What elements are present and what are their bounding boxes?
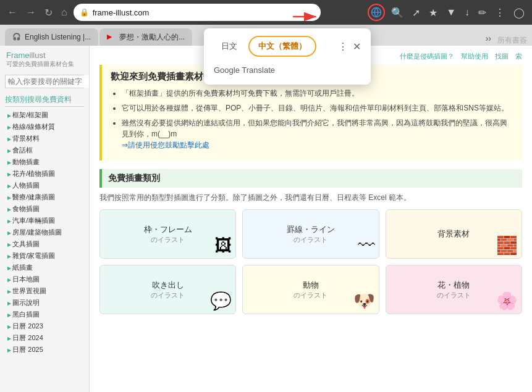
category-title: 免費插畫類別	[99, 169, 522, 188]
welcome-link[interactable]: ⇒請使用侵您鼓勵點擊此處	[122, 141, 209, 149]
sidebar-item-bg[interactable]: 背景材料	[5, 133, 84, 144]
translate-header-icons: ⋮ ✕	[337, 40, 362, 54]
logo-illust: illust	[30, 51, 46, 60]
sidebar-item-frame[interactable]: 框架/框架圖	[5, 109, 84, 121]
logo-frame: Frame	[6, 51, 30, 60]
card-animal[interactable]: 動物 のイラスト 🐶	[242, 265, 379, 314]
card-bubble[interactable]: 吹き出し のイラスト 💬	[99, 265, 236, 314]
sidebar-item-cal2024[interactable]: 日曆 2024	[5, 332, 84, 344]
logo: Frameillust	[6, 51, 83, 60]
translate-tab-ja[interactable]: 日文	[213, 37, 246, 56]
card-animal-jp: 動物	[293, 280, 327, 291]
sidebar-item-stationery[interactable]: 文具插圖	[5, 238, 84, 250]
sidebar-item-icon[interactable]: 圖示說明	[5, 297, 84, 309]
tab-english-listening[interactable]: 🎧 English Listening |...	[5, 28, 98, 46]
card-bg-jp: 背景素材	[437, 228, 470, 240]
sidebar-item-house[interactable]: 房屋/建築物插圖	[5, 227, 84, 238]
card-frame[interactable]: 枠・フレーム のイラスト 🖼	[99, 209, 236, 259]
card-frame-icon: 🖼	[214, 235, 232, 256]
card-frame-jp: 枠・フレーム	[144, 224, 192, 235]
search-input-wrap: 🔍	[5, 75, 84, 88]
menu-icon[interactable]: ⋮	[492, 6, 507, 20]
sidebar-item-car[interactable]: 汽車/車輛插圖	[5, 215, 84, 227]
card-bubble-icon: 💬	[210, 291, 232, 311]
sidebar-section: 按類別搜尋免費資料 框架/框架圖 格線/線條材質 背景材料 會話框 動物插畫 花…	[0, 92, 89, 358]
top-link-find[interactable]: 找圖	[495, 52, 509, 60]
card-bg-icon: 🧱	[496, 235, 518, 256]
search-input[interactable]	[6, 75, 90, 88]
main-content: 什麼是侵碼插圖？ 幫助使用 找圖 索 歡迎來到免費插畫素材合集"框架插畫" 「框…	[90, 46, 532, 392]
browser-chrome: ← → ↻ ⌂ 🔒 frame-illust.com 🔍 ➚ ★ ▼ ↓ ✏ ⋮…	[0, 0, 532, 25]
sidebar-item-animal[interactable]: 動物插畫	[5, 156, 84, 168]
red-arrow	[290, 7, 321, 28]
card-flower-sub: のイラスト	[437, 291, 471, 300]
sidebar-item-flower[interactable]: 花卉/植物插圖	[5, 168, 84, 180]
tab-favicon-2: ▶	[107, 33, 116, 41]
forward-button[interactable]: →	[23, 4, 38, 20]
refresh-button[interactable]: ↻	[42, 4, 55, 21]
translate-button[interactable]	[368, 4, 385, 21]
extension-icon[interactable]: ✏	[476, 6, 489, 20]
card-bubble-sub: のイラスト	[151, 291, 185, 300]
download-icon[interactable]: ↓	[462, 6, 472, 19]
sidebar-item-bw[interactable]: 黑白插圖	[5, 309, 84, 320]
card-animal-icon: 🐶	[353, 291, 375, 311]
profile-icon[interactable]: ▼	[444, 6, 458, 19]
card-line-icon: 〰	[358, 235, 375, 256]
top-link-what[interactable]: 什麼是侵碼插圖？	[400, 52, 454, 60]
translate-tab-zh[interactable]: 中文（繁體）	[248, 36, 316, 57]
tab-favicon-1: 🎧	[12, 33, 21, 41]
welcome-item-1: 「框架插畫」提供的所有免費素材均可免費下載，無需許可或用戶註冊。	[122, 88, 513, 99]
welcome-list: 「框架插畫」提供的所有免費素材均可免費下載，無需許可或用戶註冊。 它可以用於各種…	[111, 88, 513, 151]
sidebar-item-world-map[interactable]: 世界置視圖	[5, 285, 84, 297]
top-link-help[interactable]: 幫助使用	[461, 52, 488, 60]
translate-close-icon[interactable]: ✕	[352, 40, 362, 54]
top-link-index[interactable]: 索	[515, 52, 522, 60]
card-flower-jp: 花・植物	[437, 280, 471, 291]
lock-icon: 🔒	[80, 8, 89, 17]
tab-dream[interactable]: ▶ 夢想・激勵人心的...	[99, 28, 192, 46]
sidebar-item-cal2023[interactable]: 日曆 2023	[5, 320, 84, 332]
url-text: frame-illust.com	[93, 8, 150, 17]
sidebar-item-misc[interactable]: 雜貨/家電插圖	[5, 250, 84, 262]
card-flower[interactable]: 花・植物 のイラスト 🌸	[386, 265, 522, 314]
sidebar-item-japan-map[interactable]: 日本地圖	[5, 273, 84, 285]
category-grid: 枠・フレーム のイラスト 🖼 罫線・ライン のイラスト 〰 背景素	[99, 209, 522, 314]
sidebar-section-title: 按類別搜尋免費資料	[5, 94, 84, 107]
page-area: Frameillust 可愛的免費插圖素材合集 🔍 按類別搜尋免費資料 框架/框…	[0, 46, 532, 392]
back-button[interactable]: ←	[5, 4, 20, 20]
tabs-more-button[interactable]: ››	[483, 31, 494, 46]
card-bg[interactable]: 背景素材 🧱	[386, 209, 522, 259]
account-icon[interactable]: ◯	[511, 6, 527, 20]
search-box: 🔍	[0, 71, 89, 92]
sidebar-item-bubble[interactable]: 會話框	[5, 144, 84, 156]
address-bar[interactable]: 🔒 frame-illust.com	[74, 4, 321, 21]
translate-more-icon[interactable]: ⋮	[337, 40, 349, 54]
logo-sub: 可愛的免費插圖素材合集	[6, 60, 83, 69]
card-line-sub: のイラスト	[287, 235, 335, 244]
sidebar-item-cal2025[interactable]: 日曆 2025	[5, 344, 84, 356]
card-line-jp: 罫線・ライン	[287, 224, 335, 235]
translate-provider: Google Translate	[213, 63, 362, 77]
bookmark-icon[interactable]: ★	[426, 6, 440, 20]
sidebar-item-person[interactable]: 人物插圖	[5, 180, 84, 191]
card-bubble-jp: 吹き出し	[151, 280, 185, 291]
card-line[interactable]: 罫線・ライン のイラスト 〰	[242, 209, 379, 259]
welcome-item-3: 雖然沒有必要提供網站的連結或信用，但如果您能向我們介紹它，我們將非常高興，因為這…	[122, 117, 513, 151]
sidebar-item-medical[interactable]: 醫療/健康插圖	[5, 191, 84, 203]
card-frame-sub: のイラスト	[144, 235, 192, 244]
sidebar-item-line[interactable]: 格線/線條材質	[5, 121, 84, 133]
card-flower-icon: 🌸	[496, 291, 518, 311]
share-icon[interactable]: ➚	[410, 6, 423, 20]
search-icon[interactable]: 🔍	[389, 6, 406, 20]
sidebar: Frameillust 可愛的免費插圖素材合集 🔍 按類別搜尋免費資料 框架/框…	[0, 46, 90, 392]
home-button[interactable]: ⌂	[59, 4, 70, 20]
sidebar-item-paper[interactable]: 紙插畫	[5, 262, 84, 273]
tab-label-2: 夢想・激勵人心的...	[119, 32, 185, 43]
logo-area: Frameillust 可愛的免費插圖素材合集	[0, 46, 89, 71]
sidebar-item-food[interactable]: 食物插圖	[5, 203, 84, 215]
category-desc: 我們按照常用的類型對插圖進行了分類。除了插圖之外，我們還有日曆、日程表等 Exc…	[99, 193, 522, 203]
tab-label-1: English Listening |...	[25, 33, 91, 41]
translate-popup-header: 日文 中文（繁體） ⋮ ✕	[213, 36, 362, 57]
translate-popup: 日文 中文（繁體） ⋮ ✕ Google Translate	[204, 28, 371, 85]
